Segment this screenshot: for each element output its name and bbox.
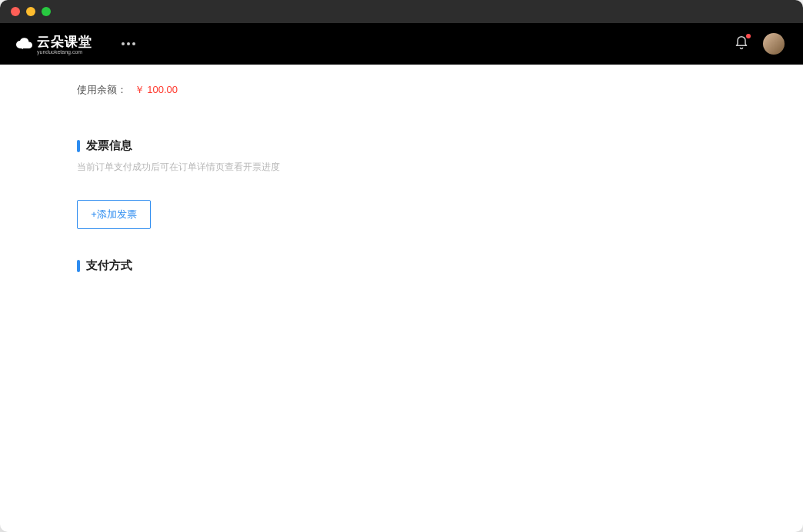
invoice-section: 发票信息 当前订单支付成功后可在订单详情页查看开票进度 +添加发票 xyxy=(77,138,726,229)
top-nav: 云朵课堂 yunduoketang.com xyxy=(0,23,803,65)
window-titlebar xyxy=(0,0,803,23)
balance-line: 使用余额： ￥ 100.00 xyxy=(77,80,726,109)
invoice-heading: 发票信息 xyxy=(77,138,726,153)
close-window-icon[interactable] xyxy=(11,7,20,16)
maximize-window-icon[interactable] xyxy=(42,7,51,16)
brand-logo[interactable]: 云朵课堂 yunduoketang.com xyxy=(15,33,92,55)
nav-right xyxy=(734,33,785,55)
add-invoice-button[interactable]: +添加发票 xyxy=(77,200,151,229)
minimize-window-icon[interactable] xyxy=(26,7,35,16)
page-content: 使用余额： ￥ 100.00 发票信息 当前订单支付成功后可在订单详情页查看开票… xyxy=(0,65,803,532)
invoice-subtext: 当前订单支付成功后可在订单详情页查看开票进度 xyxy=(77,161,726,174)
balance-amount: ￥ 100.00 xyxy=(135,84,178,95)
payment-heading: 支付方式 xyxy=(77,258,726,273)
notification-bell-icon[interactable] xyxy=(734,35,749,53)
cloud-icon xyxy=(15,35,34,53)
payment-section: 支付方式 xyxy=(77,258,726,347)
balance-label: 使用余额： xyxy=(77,84,127,95)
nav-more-icon[interactable] xyxy=(108,42,149,45)
browser-frame: 云朵课堂 yunduoketang.com 使用余额： ￥ 100.00 发票信… xyxy=(0,0,803,532)
brand-text: 云朵课堂 xyxy=(37,35,92,49)
brand-subtext: yunduoketang.com xyxy=(37,49,92,55)
notification-dot xyxy=(746,34,751,38)
user-avatar[interactable] xyxy=(763,33,785,55)
